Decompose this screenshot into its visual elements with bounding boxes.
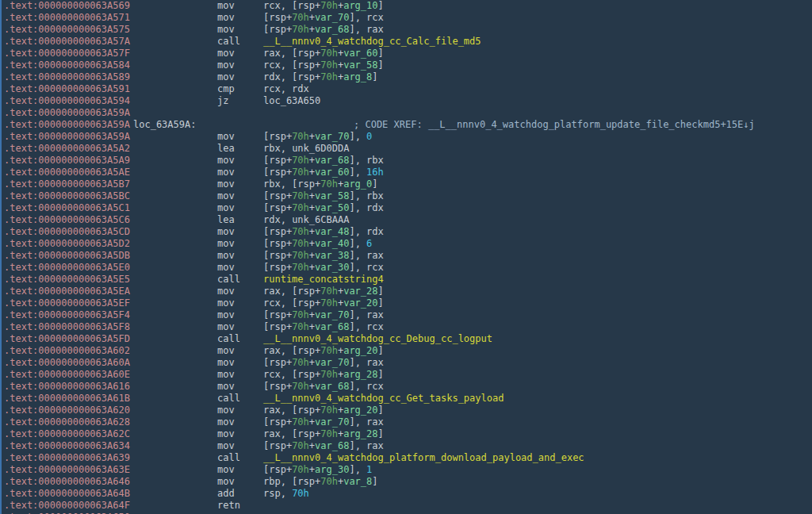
stack-variable: arg_30 — [315, 464, 349, 475]
stack-frame-offset: 70h — [320, 59, 338, 71]
disasm-line[interactable]: .text:000000000063A64Fretn — [2, 500, 812, 512]
disasm-line[interactable]: .text:000000000063A584movrcx, [rsp+70h+v… — [2, 59, 812, 71]
code-reference[interactable]: loc_63A650 — [263, 95, 320, 106]
disasm-line[interactable]: .text:000000000063A5C1mov[rsp+70h+var_50… — [2, 202, 812, 214]
operand-text: rdx, [rsp+ — [263, 71, 320, 82]
stack-variable: var_58 — [315, 190, 349, 201]
operand-text: rcx, rdx — [263, 83, 309, 94]
mnemonic: mov — [217, 155, 235, 167]
mnemonic: call — [217, 393, 240, 405]
address: .text:000000000063A5E0 — [4, 262, 130, 274]
disasm-line[interactable]: .text:000000000063A5D2mov[rsp+70h+var_40… — [2, 238, 812, 250]
disasm-line[interactable]: .text:000000000063A59A — [2, 107, 812, 119]
operand-text: rcx, [rsp+ — [263, 0, 320, 11]
operands: rbp, [rsp+70h+var_8] — [263, 476, 378, 488]
disasm-line[interactable]: .text:000000000063A5BCmov[rsp+70h+var_58… — [2, 190, 812, 202]
disasm-line[interactable]: .text:000000000063A5CDmov[rsp+70h+var_48… — [2, 226, 812, 238]
mnemonic: jz — [217, 95, 228, 107]
disasm-line[interactable]: .text:000000000063A5DBmov[rsp+70h+var_38… — [2, 250, 812, 262]
operand-text: ], rcx — [349, 321, 383, 332]
operand-text: ], — [349, 167, 366, 178]
stack-variable: var_70 — [315, 357, 349, 368]
disasm-line[interactable]: .text:000000000063A59Amov[rsp+70h+var_70… — [2, 131, 812, 143]
address: .text:000000000063A5D2 — [4, 238, 130, 250]
immediate-value: 0 — [366, 131, 372, 142]
operand-text: + — [309, 238, 315, 249]
disassembly-listing[interactable]: .text:000000000063A569movrcx, [rsp+70h+a… — [0, 0, 812, 514]
disasm-line[interactable]: .text:000000000063A602movrax, [rsp+70h+a… — [2, 345, 812, 357]
operands: rcx, [rsp+70h+arg_10] — [263, 0, 384, 12]
disasm-line[interactable]: .text:000000000063A64Baddrsp, 70h — [2, 488, 812, 500]
address: .text:000000000063A57A — [4, 36, 130, 48]
disasm-line[interactable]: .text:000000000063A589movrdx, [rsp+70h+a… — [2, 71, 812, 83]
disasm-line[interactable]: .text:000000000063A59Aloc_63A59A:; CODE … — [2, 119, 812, 131]
operand-text: rbx, — [263, 143, 292, 154]
address: .text:000000000063A5EF — [4, 297, 130, 309]
address: .text:000000000063A57F — [4, 48, 130, 59]
mnemonic: mov — [217, 369, 235, 381]
disasm-line[interactable]: .text:000000000063A5A9mov[rsp+70h+var_68… — [2, 155, 812, 167]
operand-text: rcx, [rsp+ — [263, 59, 320, 71]
function-name[interactable]: __L__nnnv0_4_watchdog_cc_Get_tasks_paylo… — [263, 393, 504, 404]
disasm-line[interactable]: .text:000000000063A628mov[rsp+70h+var_70… — [2, 416, 812, 428]
disasm-line[interactable]: .text:000000000063A57Acall__L__nnnv0_4_w… — [2, 36, 812, 48]
disasm-line[interactable]: .text:000000000063A63Emov[rsp+70h+arg_30… — [2, 464, 812, 476]
disasm-line[interactable]: .text:000000000063A62Cmovrax, [rsp+70h+a… — [2, 428, 812, 440]
operand-text: ] — [378, 405, 384, 416]
disasm-line[interactable]: .text:000000000063A594jzloc_63A650 — [2, 95, 812, 107]
disasm-line[interactable]: .text:000000000063A646movrbp, [rsp+70h+v… — [2, 476, 812, 488]
operands: rcx, rdx — [263, 83, 309, 95]
disasm-line[interactable]: .text:000000000063A571mov[rsp+70h+var_70… — [2, 12, 812, 24]
disasm-line[interactable]: .text:000000000063A569movrcx, [rsp+70h+a… — [2, 0, 812, 12]
disasm-line[interactable]: .text:000000000063A634mov[rsp+70h+var_68… — [2, 440, 812, 452]
mnemonic: mov — [217, 286, 235, 297]
disasm-line[interactable]: .text:000000000063A5AEmov[rsp+70h+var_60… — [2, 167, 812, 178]
disasm-line[interactable]: .text:000000000063A5EAmovrax, [rsp+70h+v… — [2, 286, 812, 297]
disasm-line[interactable]: .text:000000000063A5F4mov[rsp+70h+var_70… — [2, 309, 812, 321]
location-label[interactable]: loc_63A59A: — [133, 119, 196, 131]
operand-text: ], rax — [349, 250, 383, 261]
mnemonic: mov — [217, 167, 235, 178]
function-name[interactable]: __L__nnnv0_4_watchdog_platform_download_… — [263, 452, 584, 463]
disasm-line[interactable]: .text:000000000063A639call__L__nnnv0_4_w… — [2, 452, 812, 464]
address: .text:000000000063A5AE — [4, 167, 130, 178]
disasm-line[interactable]: .text:000000000063A61Bcall__L__nnnv0_4_w… — [2, 393, 812, 405]
stack-frame-offset: 70h — [292, 309, 309, 320]
disasm-line[interactable]: .text:000000000063A5F8mov[rsp+70h+var_68… — [2, 321, 812, 333]
disasm-line[interactable]: .text:000000000063A5E0mov[rsp+70h+var_30… — [2, 262, 812, 274]
disasm-line[interactable]: .text:000000000063A57Fmovrax, [rsp+70h+v… — [2, 48, 812, 59]
disasm-line[interactable]: .text:000000000063A5EFmovrcx, [rsp+70h+v… — [2, 297, 812, 309]
stack-variable: var_38 — [315, 250, 349, 261]
disasm-line[interactable]: .text:000000000063A616mov[rsp+70h+var_68… — [2, 381, 812, 393]
disasm-line[interactable]: .text:000000000063A5C6leardx, unk_6CBAAA — [2, 214, 812, 226]
address: .text:000000000063A616 — [4, 381, 130, 393]
disasm-line[interactable]: .text:000000000063A60Emovrcx, [rsp+70h+a… — [2, 369, 812, 381]
operands: [rsp+70h+arg_30], 1 — [263, 464, 372, 476]
disasm-line[interactable]: .text:000000000063A5A2learbx, unk_6D0DDA — [2, 143, 812, 155]
disasm-line[interactable]: .text:000000000063A5E5callruntime_concat… — [2, 274, 812, 286]
stack-variable: arg_10 — [343, 0, 377, 11]
disasm-line[interactable]: .text:000000000063A5B7movrbx, [rsp+70h+a… — [2, 178, 812, 190]
mnemonic: lea — [217, 143, 235, 155]
operand-text: [rsp+ — [263, 12, 292, 23]
disasm-line[interactable]: .text:000000000063A5FDcall__L__nnnv0_4_w… — [2, 333, 812, 345]
stack-variable: arg_20 — [343, 405, 377, 416]
disasm-line[interactable]: .text:000000000063A591cmprcx, rdx — [2, 83, 812, 95]
operand-text: + — [309, 440, 315, 451]
disasm-line[interactable]: .text:000000000063A620movrax, [rsp+70h+a… — [2, 405, 812, 416]
stack-variable: var_70 — [315, 12, 349, 23]
function-name[interactable]: __L__nnnv0_4_watchdog_cc_Debug_cc_logput — [263, 333, 492, 344]
operands: rcx, [rsp+70h+arg_28] — [263, 369, 384, 381]
mnemonic: mov — [217, 464, 235, 476]
mnemonic: mov — [217, 297, 235, 309]
disasm-line[interactable]: .text:000000000063A575mov[rsp+70h+var_68… — [2, 24, 812, 36]
mnemonic: mov — [217, 48, 235, 59]
function-name[interactable]: __L__nnnv0_4_watchdog_cc_Calc_file_md5 — [263, 36, 481, 47]
address: .text:000000000063A5DB — [4, 250, 130, 262]
code-reference[interactable]: unk_6D0DDA — [292, 143, 349, 154]
disasm-line[interactable]: .text:000000000063A60Amov[rsp+70h+var_70… — [2, 357, 812, 369]
operand-text: ], rax — [349, 440, 383, 451]
address: .text:000000000063A5BC — [4, 190, 130, 202]
function-name[interactable]: runtime_concatstring4 — [263, 274, 384, 285]
code-reference[interactable]: unk_6CBAAA — [292, 214, 349, 225]
